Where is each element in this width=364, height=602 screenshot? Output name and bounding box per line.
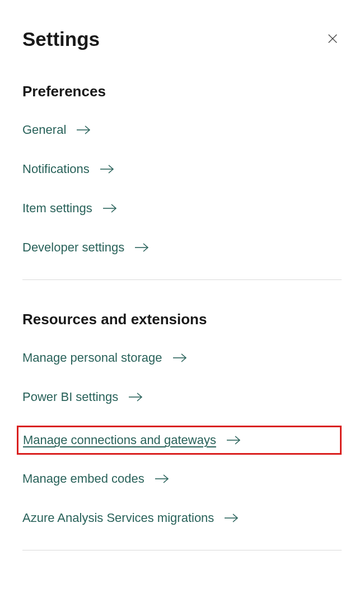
link-label: Azure Analysis Services migrations: [22, 511, 214, 525]
link-manage-personal-storage[interactable]: Manage personal storage: [22, 351, 342, 365]
link-label: Manage personal storage: [22, 351, 162, 365]
arrow-right-icon: [155, 474, 169, 484]
arrow-right-icon: [76, 125, 91, 135]
link-label: Manage embed codes: [22, 472, 144, 486]
arrow-right-icon: [172, 353, 187, 363]
link-notifications[interactable]: Notifications: [22, 162, 342, 176]
divider: [22, 279, 342, 280]
link-item-settings[interactable]: Item settings: [22, 201, 342, 216]
settings-header: Settings: [22, 28, 342, 50]
close-icon: [326, 32, 339, 46]
preferences-section: Preferences General Notifications Item s…: [22, 83, 342, 255]
link-label: Item settings: [22, 201, 92, 216]
arrow-right-icon: [134, 242, 149, 253]
link-label: Developer settings: [22, 240, 124, 255]
arrow-right-icon: [226, 435, 241, 445]
link-label: General: [22, 123, 66, 137]
link-azure-analysis-migrations[interactable]: Azure Analysis Services migrations: [22, 511, 342, 525]
arrow-right-icon: [128, 392, 143, 402]
arrow-right-icon: [224, 513, 239, 523]
link-manage-connections-gateways[interactable]: Manage connections and gateways: [17, 426, 342, 455]
close-button[interactable]: [324, 30, 342, 48]
arrow-right-icon: [102, 203, 117, 213]
link-label: Manage connections and gateways: [23, 433, 216, 447]
link-developer-settings[interactable]: Developer settings: [22, 240, 342, 255]
link-label: Notifications: [22, 162, 90, 176]
resources-section: Resources and extensions Manage personal…: [22, 311, 342, 525]
resources-title: Resources and extensions: [22, 311, 342, 328]
link-power-bi-settings[interactable]: Power BI settings: [22, 390, 342, 404]
link-general[interactable]: General: [22, 123, 342, 137]
preferences-title: Preferences: [22, 83, 342, 100]
page-title: Settings: [22, 28, 100, 50]
divider: [22, 550, 342, 550]
link-label: Power BI settings: [22, 390, 118, 404]
link-manage-embed-codes[interactable]: Manage embed codes: [22, 472, 342, 486]
arrow-right-icon: [100, 164, 114, 174]
